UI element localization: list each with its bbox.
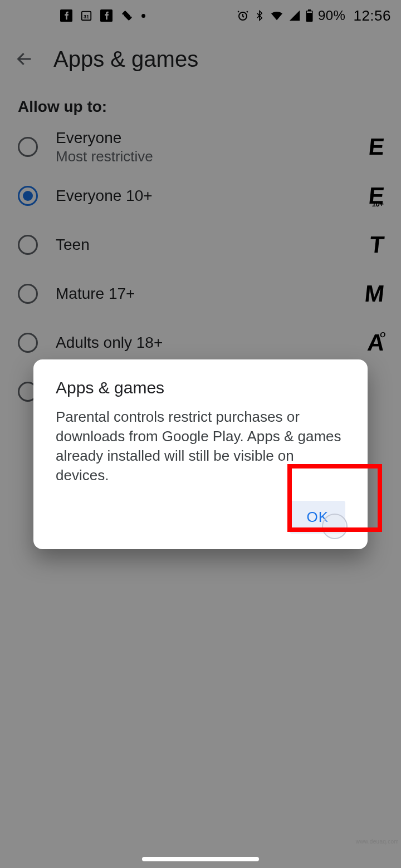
watermark-text: www.deuaq.com <box>356 839 399 845</box>
gesture-nav-bar[interactable] <box>142 857 259 861</box>
annotation-highlight <box>287 464 382 532</box>
dialog-title: Apps & games <box>56 378 345 397</box>
